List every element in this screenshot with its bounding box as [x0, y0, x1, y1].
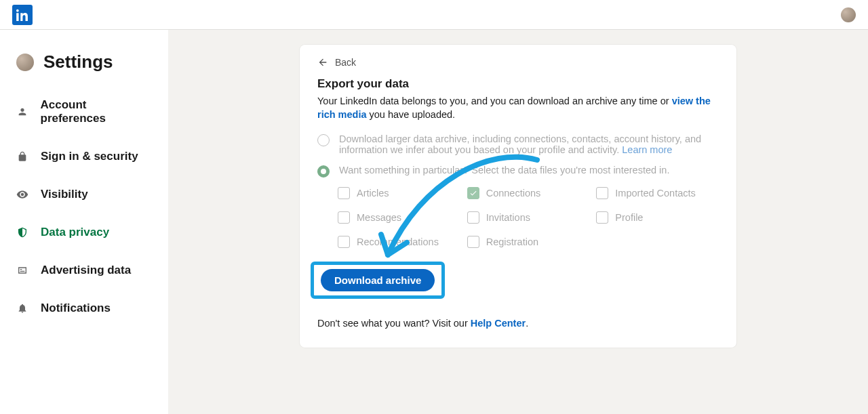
checkbox-imported-contacts[interactable]: Imported Contacts — [596, 187, 719, 199]
sidebar-header: Settings — [0, 46, 168, 86]
checkbox-messages[interactable]: Messages — [338, 211, 460, 224]
sidebar-item-label: Data privacy — [41, 226, 109, 239]
sidebar-avatar — [16, 54, 34, 71]
checkbox-articles[interactable]: Articles — [338, 187, 460, 199]
person-icon — [16, 106, 28, 118]
sidebar-item-account-preferences[interactable]: Account preferences — [0, 86, 168, 138]
card-title: Export your data — [317, 77, 719, 91]
checkbox-icon — [596, 211, 608, 224]
sidebar-item-signin-security[interactable]: Sign in & security — [0, 138, 168, 175]
export-card: Back Export your data Your LinkedIn data… — [300, 45, 736, 348]
bell-icon — [16, 302, 28, 314]
top-bar — [0, 0, 868, 30]
eye-icon — [16, 188, 28, 201]
lock-icon — [16, 150, 28, 163]
avatar[interactable] — [841, 7, 856, 22]
checkbox-icon — [596, 187, 608, 199]
checkbox-icon — [338, 211, 350, 224]
help-center-link[interactable]: Help Center — [471, 318, 526, 329]
download-archive-button[interactable]: Download archive — [321, 269, 435, 291]
sidebar-item-label: Sign in & security — [41, 150, 138, 163]
back-button[interactable]: Back — [317, 57, 719, 75]
content-area: Back Export your data Your LinkedIn data… — [168, 30, 868, 414]
ad-icon — [16, 264, 28, 276]
checkbox-icon — [338, 187, 350, 199]
learn-more-link[interactable]: Learn more — [622, 144, 672, 155]
checkbox-grid: Articles Connections Imported Contacts — [338, 187, 719, 248]
checkbox-icon — [467, 211, 479, 224]
linkedin-logo[interactable] — [12, 5, 33, 25]
checkbox-profile[interactable]: Profile — [596, 211, 719, 224]
checkbox-icon — [467, 187, 479, 199]
sidebar-item-label: Account preferences — [41, 98, 153, 125]
card-description: Your LinkedIn data belongs to you, and y… — [317, 95, 719, 121]
checkbox-connections[interactable]: Connections — [467, 187, 590, 199]
sidebar-item-label: Visibility — [41, 188, 88, 201]
sidebar: Settings Account preferences Sign in & s… — [0, 30, 168, 414]
arrow-left-icon — [317, 57, 328, 68]
checkbox-icon — [467, 236, 479, 248]
radio-icon — [317, 165, 330, 178]
linkedin-icon — [16, 9, 28, 21]
shield-icon — [16, 226, 28, 239]
sidebar-item-data-privacy[interactable]: Data privacy — [0, 213, 168, 251]
sidebar-item-label: Advertising data — [41, 264, 131, 277]
sidebar-title: Settings — [43, 51, 113, 73]
checkbox-icon — [338, 236, 350, 248]
checkbox-invitations[interactable]: Invitations — [467, 211, 590, 224]
annotation-highlight: Download archive — [311, 262, 445, 299]
radio-option-full-archive[interactable]: Download larger data archive, including … — [317, 133, 719, 155]
back-label: Back — [335, 57, 356, 68]
sidebar-item-advertising-data[interactable]: Advertising data — [0, 251, 168, 289]
sidebar-item-notifications[interactable]: Notifications — [0, 289, 168, 327]
sidebar-item-visibility[interactable]: Visibility — [0, 175, 168, 213]
help-row: Don't see what you want? Visit our Help … — [317, 318, 719, 329]
radio-option-specific-files[interactable]: Want something in particular? Select the… — [317, 165, 719, 178]
checkbox-registration[interactable]: Registration — [467, 236, 590, 248]
checkbox-recommendations[interactable]: Recommendations — [338, 236, 460, 248]
sidebar-item-label: Notifications — [41, 302, 111, 315]
radio-icon — [317, 134, 330, 146]
